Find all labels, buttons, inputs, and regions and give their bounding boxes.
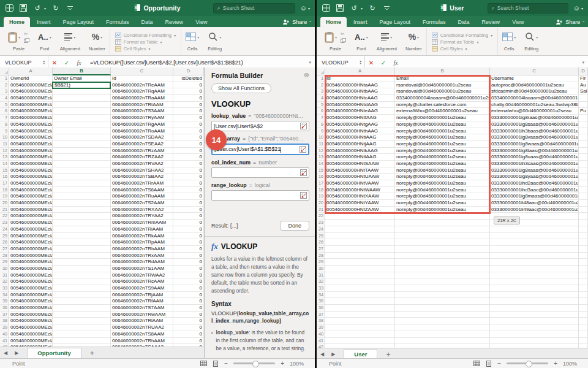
cell[interactable]: [579, 312, 588, 318]
cell[interactable]: 00646000002nTRxAAM: [111, 253, 173, 259]
cell[interactable]: 00546000000MEclAAG: [9, 134, 53, 141]
cell[interactable]: 0: [173, 134, 204, 141]
row-number[interactable]: 22: [0, 213, 9, 220]
cell[interactable]: Fir: [579, 75, 588, 82]
cell[interactable]: 00546000000MEclAAG: [9, 338, 53, 345]
lookup-value-input[interactable]: [User.csv]User!$A$2: [211, 121, 309, 131]
cell[interactable]: 03330000001ih3caas@00d460000001u2seau: [490, 161, 579, 167]
cell[interactable]: 0: [173, 292, 204, 299]
cell[interactable]: 00546000000MEclAAG: [9, 266, 53, 272]
cell[interactable]: 00646000002nTS2AAM: [111, 200, 173, 207]
feedback-smiley-icon[interactable]: ☺▾: [300, 4, 310, 12]
name-box-stepper[interactable]: ▲▼: [43, 60, 45, 65]
cell[interactable]: 00546000000MEclAAG: [9, 148, 53, 155]
cell[interactable]: 03330000001ii48aac@00d460000001u2seau: [490, 200, 579, 207]
cell[interactable]: [53, 141, 111, 148]
cell[interactable]: 0: [173, 115, 204, 121]
row-number[interactable]: 28: [0, 253, 9, 259]
cell[interactable]: [579, 220, 588, 226]
cell[interactable]: chatty.00d460000001u2seau.3wdwp38brztt@c…: [490, 102, 579, 109]
cell[interactable]: 00546000000MEclAAG: [9, 312, 53, 318]
cell[interactable]: 00646000002nTRcAAM: [111, 278, 173, 285]
range-selector-icon[interactable]: [300, 169, 307, 176]
row-number[interactable]: 16: [0, 174, 9, 180]
cell[interactable]: [325, 298, 395, 305]
group-font[interactable]: A..▾ Font: [34, 28, 56, 55]
tab-page-layout[interactable]: Page Layout: [58, 17, 100, 27]
cell[interactable]: [325, 331, 395, 338]
cell[interactable]: [53, 115, 111, 121]
table-array-input[interactable]: [User.csv]User!$A$1:$B$21: [211, 144, 309, 155]
cell[interactable]: 00546000000MEclAAG: [9, 233, 53, 240]
cell[interactable]: [579, 226, 588, 233]
cell[interactable]: 0: [173, 95, 204, 102]
cell[interactable]: 00546000000MEclAAG: [9, 95, 53, 102]
cell[interactable]: [325, 220, 395, 226]
zoom-slider-knob[interactable]: [252, 361, 259, 367]
workbook-gallery-icon[interactable]: [5, 4, 13, 12]
row-number[interactable]: 31: [0, 272, 9, 279]
cell[interactable]: 00546000000MEclAAG: [9, 200, 53, 207]
show-all-functions-button[interactable]: Show All Functions: [211, 83, 271, 93]
row-number[interactable]: 36: [0, 305, 9, 312]
cell[interactable]: 00646000002nTRVAA2: [111, 161, 173, 167]
cell[interactable]: [325, 278, 395, 285]
cell[interactable]: 00646000002nTRjAAM: [111, 292, 173, 299]
range-lookup-input[interactable]: [211, 190, 309, 201]
cell[interactable]: [579, 292, 588, 299]
range-selector-icon[interactable]: [300, 192, 307, 199]
cell[interactable]: 00546000000MEclAAG: [9, 108, 53, 115]
cut-icon[interactable]: ✂: [341, 31, 346, 37]
cell[interactable]: autoproc@00d460000001u2seau: [490, 82, 579, 89]
row-number[interactable]: 10: [317, 134, 325, 141]
cell[interactable]: [325, 338, 395, 345]
row-number[interactable]: 17: [0, 180, 9, 187]
cell[interactable]: [579, 148, 588, 155]
row-number[interactable]: 41: [317, 338, 325, 345]
cell[interactable]: [53, 193, 111, 200]
row-number[interactable]: 16: [317, 174, 325, 180]
cell[interactable]: 00546000000MEclAAG: [9, 161, 53, 167]
row-number[interactable]: 19: [0, 193, 9, 200]
cell[interactable]: [53, 174, 111, 180]
row-number[interactable]: 17: [317, 180, 325, 187]
row-number[interactable]: 1: [0, 75, 9, 82]
cell[interactable]: 0: [173, 278, 204, 285]
cell[interactable]: [490, 226, 579, 233]
save-icon[interactable]: [336, 4, 344, 12]
cell[interactable]: [325, 292, 395, 299]
row-number[interactable]: 35: [0, 298, 9, 305]
zoom-out-button[interactable]: −: [497, 360, 501, 367]
cell[interactable]: [325, 312, 395, 318]
cancel-formula-button[interactable]: ✕: [365, 59, 377, 66]
cell[interactable]: 0: [173, 187, 204, 194]
cell[interactable]: 00646000002nTSEAA2: [111, 141, 173, 148]
active-cell-editor[interactable]: $B$21): [52, 82, 111, 89]
cell[interactable]: 00546000000MEclAAG: [9, 285, 53, 292]
cell[interactable]: 00646000002nTRoAAM: [111, 128, 173, 135]
cell[interactable]: [53, 259, 111, 266]
cell[interactable]: Username: [490, 75, 579, 82]
cell[interactable]: [490, 312, 579, 318]
cell[interactable]: [579, 259, 588, 266]
cell[interactable]: 00546000000MEclAAG: [9, 278, 53, 285]
cell[interactable]: [579, 266, 588, 272]
cell[interactable]: Sal: [579, 88, 588, 95]
formula-input[interactable]: =VLOOKUP([User.csv]User!$A$2,[User.csv]U…: [90, 59, 305, 66]
row-number[interactable]: 33: [317, 285, 325, 292]
cell[interactable]: 00546000000MEclAAG: [9, 180, 53, 187]
undo-icon[interactable]: ↺: [33, 4, 42, 12]
cell[interactable]: 00646000002nTRhAAM: [111, 338, 173, 345]
row-number[interactable]: 32: [317, 278, 325, 285]
cell[interactable]: 03330000001ig8maas@00d460000001u2seau: [490, 193, 579, 200]
cell[interactable]: [395, 253, 490, 259]
done-button[interactable]: Done: [280, 221, 309, 231]
customize-toolbar-icon[interactable]: [66, 4, 74, 12]
zoom-in-button[interactable]: +: [281, 360, 284, 367]
tab-home[interactable]: Home: [4, 17, 30, 27]
cell[interactable]: 00646000002nTRqAAM: [111, 88, 173, 95]
row-number[interactable]: 11: [0, 141, 9, 148]
row-number[interactable]: 25: [317, 233, 325, 240]
group-alignment[interactable]: ▾ Alignment: [372, 28, 401, 55]
cell[interactable]: [579, 154, 588, 161]
